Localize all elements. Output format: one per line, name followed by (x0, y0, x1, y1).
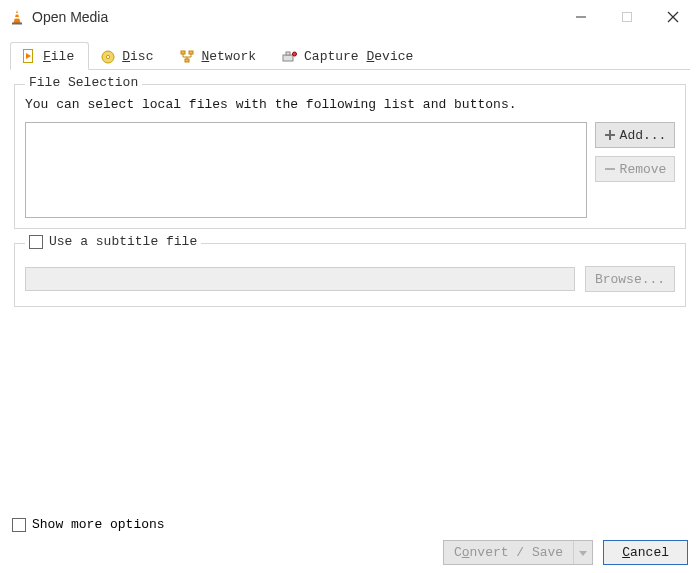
file-list[interactable] (25, 122, 587, 218)
subtitle-path-input[interactable] (25, 267, 575, 291)
close-button[interactable] (650, 2, 696, 32)
network-icon (179, 49, 195, 65)
tab-network-label: Network (201, 49, 256, 64)
browse-button[interactable]: Browse... (585, 266, 675, 292)
minimize-button[interactable] (558, 2, 604, 32)
convert-save-button[interactable]: Convert / Save (443, 540, 593, 565)
add-button-label: Add... (620, 128, 667, 143)
tab-disc[interactable]: Disc (89, 42, 168, 70)
svg-rect-5 (623, 13, 632, 22)
convert-save-dropdown[interactable] (574, 541, 592, 564)
tab-file-label: File (43, 49, 74, 64)
tab-capture-device[interactable]: Capture Device (271, 42, 428, 70)
tab-bar: File Disc Network (10, 42, 690, 70)
file-selection-group: File Selection You can select local file… (14, 84, 686, 229)
tab-file[interactable]: File (10, 42, 89, 70)
subtitle-checkbox[interactable] (29, 235, 43, 249)
file-icon (21, 48, 37, 64)
remove-button[interactable]: Remove (595, 156, 675, 182)
svg-rect-16 (286, 52, 290, 55)
convert-save-label: Convert / Save (444, 541, 574, 564)
svg-rect-20 (605, 168, 615, 170)
plus-icon (604, 129, 616, 141)
minus-icon (604, 163, 616, 175)
cancel-rest: ancel (630, 545, 669, 560)
tab-network[interactable]: Network (168, 42, 271, 70)
svg-rect-14 (185, 59, 189, 62)
titlebar: Open Media (0, 0, 700, 34)
chevron-down-icon (579, 549, 587, 557)
cancel-button[interactable]: Cancel (603, 540, 688, 565)
svg-point-11 (107, 55, 110, 58)
svg-marker-21 (579, 551, 587, 556)
add-button[interactable]: Add... (595, 122, 675, 148)
maximize-button[interactable] (604, 2, 650, 32)
svg-rect-2 (14, 17, 20, 19)
tab-capture-label: Capture Device (304, 49, 413, 64)
file-selection-hint: You can select local files with the foll… (25, 97, 675, 112)
subtitle-group: Use a subtitle file Browse... (14, 243, 686, 307)
cancel-accelerator: C (622, 545, 630, 560)
window-controls (558, 2, 696, 32)
svg-rect-1 (15, 13, 19, 15)
vlc-cone-icon (8, 8, 26, 26)
svg-rect-13 (189, 51, 193, 54)
subtitle-checkbox-label: Use a subtitle file (49, 234, 197, 249)
capture-icon (282, 49, 298, 65)
svg-rect-12 (181, 51, 185, 54)
svg-rect-3 (12, 23, 22, 25)
svg-point-17 (293, 52, 297, 56)
browse-button-label: Browse... (595, 272, 665, 287)
disc-icon (100, 49, 116, 65)
tab-disc-label: Disc (122, 49, 153, 64)
subtitle-checkbox-row[interactable]: Use a subtitle file (25, 234, 201, 249)
show-more-options-row[interactable]: Show more options (12, 517, 688, 532)
file-selection-legend: File Selection (25, 75, 142, 90)
remove-button-label: Remove (620, 162, 667, 177)
dialog-footer: Show more options Convert / Save Cancel (0, 517, 700, 565)
dialog-body: File Disc Network (0, 34, 700, 321)
svg-rect-15 (283, 55, 293, 61)
svg-rect-19 (605, 134, 615, 136)
window-title: Open Media (32, 9, 558, 25)
svg-marker-0 (14, 10, 21, 23)
show-more-label: Show more options (32, 517, 165, 532)
show-more-checkbox[interactable] (12, 518, 26, 532)
